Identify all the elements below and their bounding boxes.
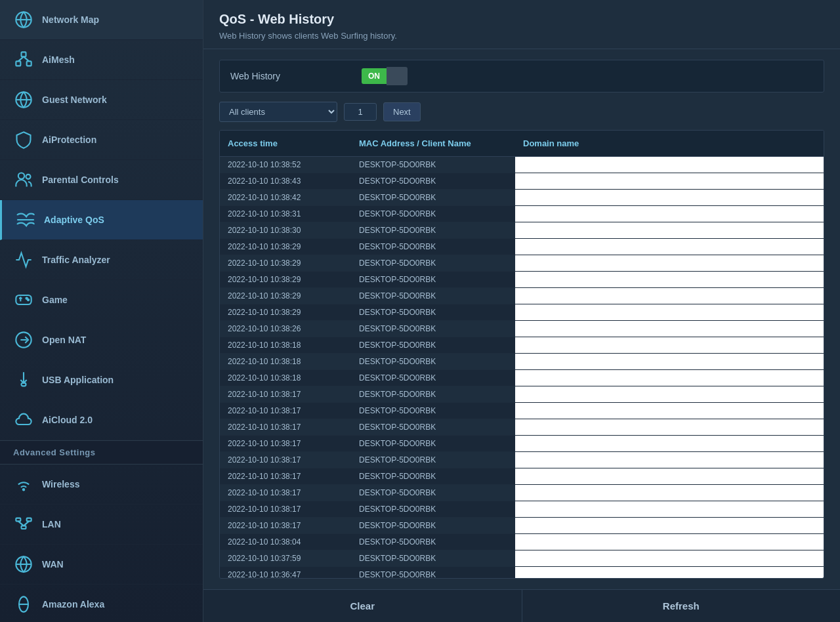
domain-cell [515, 157, 824, 173]
sidebar-label-aimesh: AiMesh [42, 54, 75, 65]
table-row: 2022-10-10 10:38:17 DESKTOP-5DO0RBK [220, 403, 824, 419]
client-name-cell: DESKTOP-5DO0RBK [351, 419, 515, 435]
client-name-cell: DESKTOP-5DO0RBK [351, 337, 515, 353]
client-name-cell: DESKTOP-5DO0RBK [351, 321, 515, 337]
nat-icon [13, 329, 34, 350]
sidebar-item-aicloud[interactable]: AiCloud 2.0 [0, 400, 203, 440]
access-time-cell: 2022-10-10 10:37:59 [220, 550, 351, 566]
sidebar-item-lan[interactable]: LAN [0, 505, 203, 545]
access-time-cell: 2022-10-10 10:38:29 [220, 239, 351, 255]
svg-line-6 [24, 56, 29, 61]
client-name-cell: DESKTOP-5DO0RBK [351, 255, 515, 271]
table-header: Access time MAC Address / Client Name Do… [220, 131, 824, 157]
bottom-bar: Clear Refresh [203, 589, 840, 622]
advanced-settings-header: Advanced Settings [0, 440, 203, 465]
users-icon [13, 169, 34, 190]
sidebar-label-amazon-alexa: Amazon Alexa [42, 599, 104, 610]
table-row: 2022-10-10 10:38:18 DESKTOP-5DO0RBK [220, 354, 824, 370]
table-row: 2022-10-10 10:38:29 DESKTOP-5DO0RBK [220, 288, 824, 304]
table-row: 2022-10-10 10:38:17 DESKTOP-5DO0RBK [220, 468, 824, 485]
access-time-cell: 2022-10-10 10:38:29 [220, 272, 351, 287]
sidebar-item-aiprotection[interactable]: AiProtection [0, 120, 203, 160]
client-name-cell: DESKTOP-5DO0RBK [351, 550, 515, 566]
domain-cell [515, 337, 824, 353]
client-name-cell: DESKTOP-5DO0RBK [351, 222, 515, 238]
sidebar-label-aiprotection: AiProtection [42, 135, 96, 145]
access-time-cell: 2022-10-10 10:38:29 [220, 255, 351, 271]
page-description: Web History shows clients Web Surfing hi… [219, 31, 824, 41]
table-row: 2022-10-10 10:38:18 DESKTOP-5DO0RBK [220, 370, 824, 386]
table-row: 2022-10-10 10:38:17 DESKTOP-5DO0RBK [220, 436, 824, 452]
filter-row: All clients Next [219, 102, 824, 122]
table-row: 2022-10-10 10:38:04 DESKTOP-5DO0RBK [220, 534, 824, 550]
refresh-button[interactable]: Refresh [522, 590, 841, 622]
sidebar-item-network-map[interactable]: Network Map [0, 0, 203, 40]
svg-rect-19 [22, 383, 26, 386]
sidebar-item-aimesh[interactable]: AiMesh [0, 40, 203, 80]
table-body[interactable]: 2022-10-10 10:38:52 DESKTOP-5DO0RBK 2022… [220, 157, 824, 578]
table-row: 2022-10-10 10:38:17 DESKTOP-5DO0RBK [220, 501, 824, 518]
domain-cell [515, 501, 824, 517]
domain-cell [515, 567, 824, 578]
access-time-cell: 2022-10-10 10:38:04 [220, 534, 351, 550]
svg-point-9 [18, 173, 24, 179]
globe-icon [13, 89, 34, 110]
sidebar-item-wireless[interactable]: Wireless [0, 465, 203, 505]
client-name-cell: DESKTOP-5DO0RBK [351, 485, 515, 501]
table-row: 2022-10-10 10:38:17 DESKTOP-5DO0RBK [220, 485, 824, 501]
access-time-cell: 2022-10-10 10:38:17 [220, 452, 351, 468]
svg-point-10 [26, 175, 31, 179]
gamepad-icon [13, 289, 34, 310]
alexa-icon [13, 594, 34, 615]
sidebar-item-guest-network[interactable]: Guest Network [0, 80, 203, 120]
svg-rect-21 [16, 518, 20, 522]
toggle-label: Web History [230, 71, 362, 81]
page-title: QoS - Web History [219, 12, 824, 27]
table-row: 2022-10-10 10:38:29 DESKTOP-5DO0RBK [220, 304, 824, 321]
table-row: 2022-10-10 10:38:31 DESKTOP-5DO0RBK [220, 206, 824, 222]
access-time-cell: 2022-10-10 10:38:30 [220, 222, 351, 238]
table-row: 2022-10-10 10:38:18 DESKTOP-5DO0RBK [220, 337, 824, 354]
table-row: 2022-10-10 10:38:52 DESKTOP-5DO0RBK [220, 157, 824, 173]
sidebar-item-traffic-analyzer[interactable]: Traffic Analyzer [0, 240, 203, 280]
svg-line-25 [24, 521, 29, 526]
table-row: 2022-10-10 10:38:17 DESKTOP-5DO0RBK [220, 419, 824, 436]
sidebar-item-parental-controls[interactable]: Parental Controls [0, 160, 203, 200]
client-name-cell: DESKTOP-5DO0RBK [351, 354, 515, 369]
header-domain: Domain name [515, 136, 812, 151]
table-row: 2022-10-10 10:38:29 DESKTOP-5DO0RBK [220, 239, 824, 255]
client-filter-select[interactable]: All clients [219, 102, 337, 122]
next-button[interactable]: Next [383, 102, 421, 121]
globe-icon [13, 9, 34, 30]
client-name-cell: DESKTOP-5DO0RBK [351, 206, 515, 222]
web-history-toggle[interactable]: ON [362, 67, 408, 85]
domain-cell [515, 386, 824, 402]
domain-cell [515, 354, 824, 369]
domain-cell [515, 534, 824, 550]
domain-cell [515, 288, 824, 304]
sidebar-item-adaptive-qos[interactable]: Adaptive QoS [0, 200, 203, 240]
sidebar-item-usb-application[interactable]: USB Application [0, 360, 203, 400]
cloud-icon [13, 409, 34, 430]
sidebar-item-game[interactable]: Game [0, 280, 203, 320]
sidebar-item-open-nat[interactable]: Open NAT [0, 320, 203, 360]
page-number-input[interactable] [344, 103, 377, 121]
sidebar-item-amazon-alexa[interactable]: Amazon Alexa [0, 585, 203, 622]
access-time-cell: 2022-10-10 10:38:17 [220, 403, 351, 419]
client-name-cell: DESKTOP-5DO0RBK [351, 370, 515, 386]
table-row: 2022-10-10 10:38:17 DESKTOP-5DO0RBK [220, 452, 824, 468]
domain-cell [515, 468, 824, 484]
clear-button[interactable]: Clear [203, 590, 522, 622]
page-header: QoS - Web History Web History shows clie… [203, 0, 840, 49]
domain-cell [515, 485, 824, 501]
domain-cell [515, 206, 824, 222]
table-row: 2022-10-10 10:38:17 DESKTOP-5DO0RBK [220, 386, 824, 403]
sidebar: Network Map AiMesh Guest Network AiProte… [0, 0, 203, 622]
svg-rect-2 [16, 61, 20, 66]
toggle-off-area [387, 67, 408, 85]
svg-rect-4 [22, 52, 26, 56]
header-mac-client: MAC Address / Client Name [351, 136, 515, 151]
access-time-cell: 2022-10-10 10:38:17 [220, 386, 351, 402]
access-time-cell: 2022-10-10 10:38:17 [220, 419, 351, 435]
sidebar-item-wan[interactable]: WAN [0, 545, 203, 585]
